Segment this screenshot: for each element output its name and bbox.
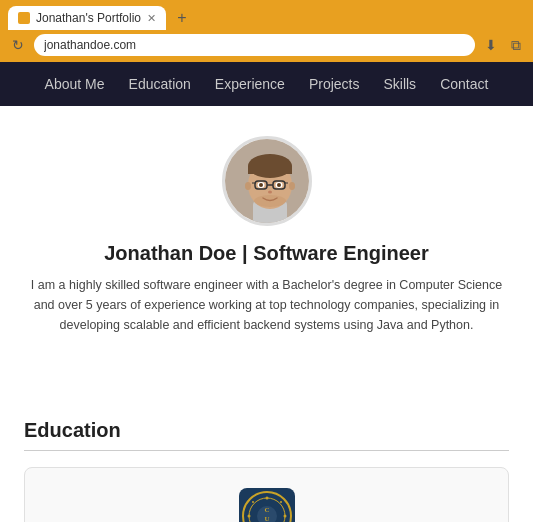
svg-point-6 <box>289 182 295 190</box>
nav-item-contact[interactable]: Contact <box>440 76 488 92</box>
nav-item-projects[interactable]: Projects <box>309 76 360 92</box>
tab-close-button[interactable]: ✕ <box>147 12 156 25</box>
main-nav: About Me Education Experience Projects S… <box>0 62 533 106</box>
nav-item-experience[interactable]: Experience <box>215 76 285 92</box>
education-section: Education C U <box>0 399 533 522</box>
new-tab-button[interactable]: + <box>170 6 194 30</box>
address-bar[interactable] <box>34 34 475 56</box>
school-logo-svg: C U <box>242 491 292 522</box>
address-bar-row: ↻ ⬇ ⧉ <box>0 30 533 62</box>
education-section-title: Education <box>24 419 509 451</box>
nav-item-about-me[interactable]: About Me <box>45 76 105 92</box>
hero-description: I am a highly skilled software engineer … <box>27 275 507 335</box>
svg-point-28 <box>280 501 282 503</box>
svg-point-25 <box>247 515 250 518</box>
active-tab[interactable]: Jonathan's Portfolio ✕ <box>8 6 166 30</box>
website: About Me Education Experience Projects S… <box>0 62 533 522</box>
svg-point-23 <box>265 497 268 500</box>
window-button[interactable]: ⧉ <box>507 35 525 56</box>
svg-point-26 <box>283 515 286 518</box>
refresh-button[interactable]: ↻ <box>8 35 28 55</box>
tab-favicon <box>18 12 30 24</box>
download-button[interactable]: ⬇ <box>481 35 501 55</box>
svg-point-5 <box>245 182 251 190</box>
nav-item-skills[interactable]: Skills <box>383 76 416 92</box>
svg-text:U: U <box>264 515 269 522</box>
tab-bar: Jonathan's Portfolio ✕ + <box>0 0 533 30</box>
svg-point-16 <box>268 191 272 194</box>
svg-text:C: C <box>264 506 269 514</box>
browser-chrome: Jonathan's Portfolio ✕ + ↻ ⬇ ⧉ <box>0 0 533 62</box>
education-card: C U College University of New York BS in… <box>24 467 509 522</box>
svg-rect-4 <box>248 166 292 174</box>
tab-title: Jonathan's Portfolio <box>36 11 141 25</box>
svg-point-14 <box>259 183 263 187</box>
svg-point-15 <box>277 183 281 187</box>
school-logo: C U <box>239 488 295 522</box>
nav-item-education[interactable]: Education <box>129 76 191 92</box>
hero-section: Jonathan Doe | Software Engineer I am a … <box>0 106 533 355</box>
spacer <box>0 355 533 379</box>
avatar-image <box>225 139 312 226</box>
svg-point-27 <box>252 501 254 503</box>
avatar-container <box>222 136 312 226</box>
svg-point-17 <box>254 195 286 207</box>
hero-name: Jonathan Doe | Software Engineer <box>20 242 513 265</box>
